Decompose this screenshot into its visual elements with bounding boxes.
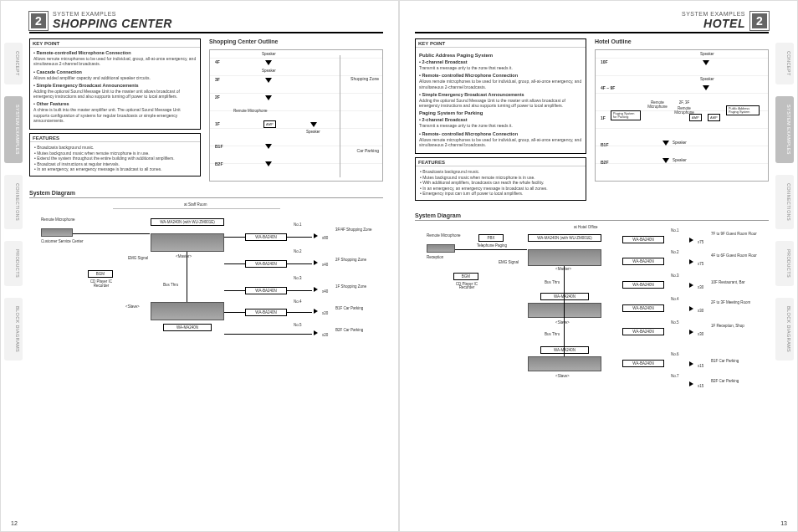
out-no: No.4 [294, 300, 302, 304]
kp-head: Simple Emergency Broadcast Announcements [33, 83, 197, 88]
page-number: 13 [780, 520, 787, 526]
kp-desc: Adding the optional Sound Message Unit t… [33, 89, 197, 100]
main-unit-box: WA-MA240N (with WU-ZM001E) [151, 218, 224, 226]
speaker-icon [314, 330, 318, 335]
out-no: No.5 [671, 321, 679, 325]
kp-head: 2-channel Broadcast [419, 59, 582, 64]
floor-label: 3F [215, 77, 220, 82]
out-mult: x80 [322, 237, 328, 241]
speaker-icon [265, 144, 272, 149]
kp-head: 2-channel Broadcast [419, 117, 582, 122]
kp-head: Other Features [33, 101, 197, 106]
zone-label: Car Parking [357, 149, 379, 154]
side-tabs-right: CONCEPT SYSTEM EXAMPLES CONNECTIONS PROD… [775, 43, 794, 361]
speaker-icon [689, 283, 693, 288]
remote-mic-label: Remote Microphone [644, 100, 671, 109]
side-tabs-left: CONCEPT SYSTEM EXAMPLES CONNECTIONS PROD… [4, 43, 23, 361]
section-category: SYSTEM EXAMPLES [415, 11, 745, 17]
out-zone: B2F Car Parking [335, 329, 363, 333]
out-mult: x15 [698, 385, 703, 389]
busthru-label: Bus Thru [545, 333, 560, 337]
slave-unit-box: WA-MA240N [163, 324, 212, 331]
tab-products[interactable]: PRODUCTS [775, 241, 794, 286]
amp-box: WA-BA240N [622, 304, 664, 312]
page-header-left: 2 SYSTEM EXAMPLES SHOPPING CENTER [29, 11, 383, 33]
location-label: at Hotel Office [574, 226, 597, 230]
customer-label: Customer Service Center [41, 240, 84, 244]
outline-diagram: 10F 4F – 9F 1F B1F B2F Speaker Speaker P… [595, 49, 769, 182]
key-point-box: KEY POINT Remote-controlled Microphone C… [29, 38, 201, 130]
out-mult: x75 [698, 263, 703, 267]
amp-box: WA-BA240N [622, 360, 664, 367]
amp-box: WA-BA240N [245, 287, 287, 294]
floor-label: B1F [601, 142, 608, 147]
spread: CONCEPT SYSTEM EXAMPLES CONNECTIONS PROD… [0, 0, 798, 532]
speaker-label: Speaker [673, 158, 687, 162]
tab-connections[interactable]: CONNECTIONS [775, 175, 794, 229]
page-number: 12 [11, 520, 18, 526]
out-mult: x20 [322, 334, 328, 338]
out-no: No.3 [294, 277, 302, 281]
amp-label: AMP [689, 114, 702, 121]
speaker-icon [703, 85, 709, 90]
out-no: No.1 [671, 229, 679, 233]
kp-group-title: Public Address Paging System [419, 53, 582, 58]
speaker-icon [662, 141, 669, 146]
slave-unit-box: WA-MA240N [540, 293, 589, 300]
speaker-icon [314, 233, 318, 238]
tab-connections[interactable]: CONNECTIONS [4, 175, 23, 229]
speaker-icon [689, 259, 693, 264]
tab-block-diagrams[interactable]: BLOCK DIAGRAMS [4, 298, 23, 361]
speaker-label: Speaker [700, 52, 714, 56]
location-label: at Staff Room [184, 203, 207, 207]
out-no: No.6 [671, 353, 679, 357]
out-mult: x30 [698, 286, 703, 290]
out-zone: 3F/4F Shopping Zone [335, 228, 382, 233]
zone-label: Shopping Zone [350, 77, 379, 82]
speaker-icon [662, 158, 669, 163]
tab-system-examples[interactable]: SYSTEM EXAMPLES [775, 96, 794, 163]
feature-item: Extend the system throughout the entire … [34, 156, 197, 161]
kp-desc: Transmit a message only to the zone that… [419, 123, 582, 128]
slave-label: <Slave> [555, 375, 570, 379]
features-box: FEATURES Broadcasts background music. Mu… [29, 133, 201, 176]
out-no: No.2 [294, 250, 302, 254]
floor-label: 4F – 9F [601, 85, 615, 90]
floor-label: 1F [601, 115, 606, 120]
page-title: SHOPPING CENTER [53, 17, 383, 30]
kp-desc: Allows remote microphones to be used for… [419, 137, 582, 148]
page-left: CONCEPT SYSTEM EXAMPLES CONNECTIONS PROD… [0, 0, 399, 532]
floor-label: B2F [601, 160, 608, 165]
floor-label: 10F [601, 59, 608, 64]
emg-label: EMG Signal [499, 261, 519, 265]
bgm-src-label: CD Player IC Recorder [448, 283, 485, 291]
system-diagram-title: System Diagram [415, 212, 769, 221]
section-number-badge: 2 [29, 12, 48, 30]
page-title: HOTEL [415, 17, 745, 30]
out-zone: B1F Car Parking [711, 360, 765, 364]
out-mult: x15 [698, 365, 703, 369]
amp-box: WA-BA240N [245, 260, 287, 268]
features-title: FEATURES [30, 134, 200, 142]
tab-concept[interactable]: CONCEPT [775, 43, 794, 84]
bgm-box: BGM [453, 273, 478, 280]
out-no: No.2 [671, 251, 679, 255]
tab-block-diagrams[interactable]: BLOCK DIAGRAMS [775, 298, 794, 361]
outline-diagram: 4F 3F 2F 1F B1F B2F Speaker Speaker Spea… [209, 49, 383, 182]
kp-desc: Allows remote microphones to be used for… [419, 79, 582, 90]
busthru-label: Bus Thru [163, 284, 178, 288]
amp-box: WA-BA240N [622, 258, 664, 265]
floors23-label: 2F, 3F [673, 100, 696, 105]
out-mult: x20 [322, 312, 328, 316]
out-zone: 1F Reception, Shop [711, 325, 765, 329]
tab-system-examples[interactable]: SYSTEM EXAMPLES [4, 96, 23, 163]
main-unit-icon [151, 233, 224, 252]
system-diagram: at Staff Room Remote Microphone Customer… [29, 203, 383, 362]
out-zone: 4F to 6F Guest Room Floor [711, 254, 765, 258]
remote-mic-unit [41, 228, 73, 237]
tab-concept[interactable]: CONCEPT [4, 43, 23, 84]
kp-head: Remote- controlled Microphone Connection [419, 73, 582, 78]
speaker-icon [689, 381, 693, 386]
master-label: <Master> [176, 255, 192, 259]
tab-products[interactable]: PRODUCTS [4, 241, 23, 286]
